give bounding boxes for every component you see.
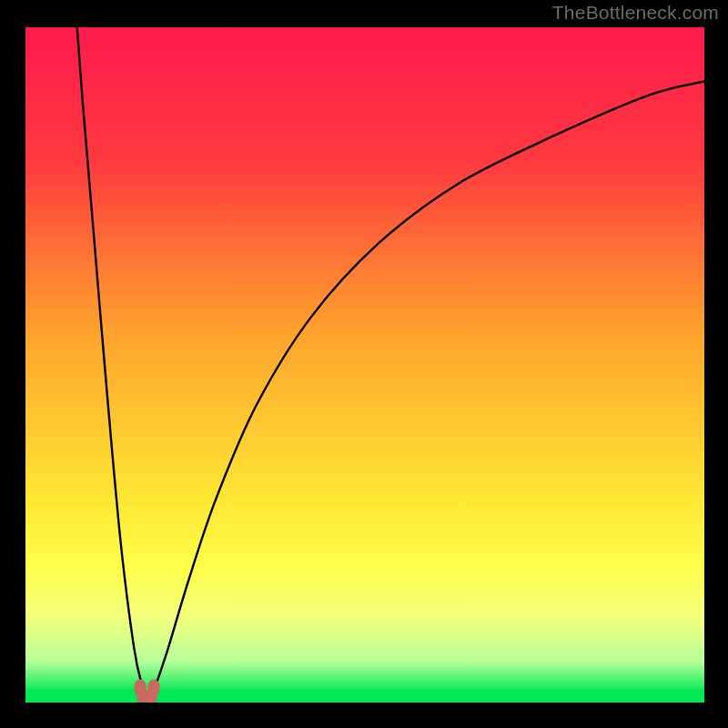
curve-left-branch — [77, 27, 147, 703]
curve-right-branch — [150, 81, 705, 703]
chart-frame: TheBottleneck.com — [0, 0, 728, 728]
watermark-text: TheBottleneck.com — [552, 2, 719, 24]
bottleneck-curve — [25, 27, 704, 703]
plot-area — [25, 27, 704, 703]
valley-marker-4 — [147, 679, 160, 696]
